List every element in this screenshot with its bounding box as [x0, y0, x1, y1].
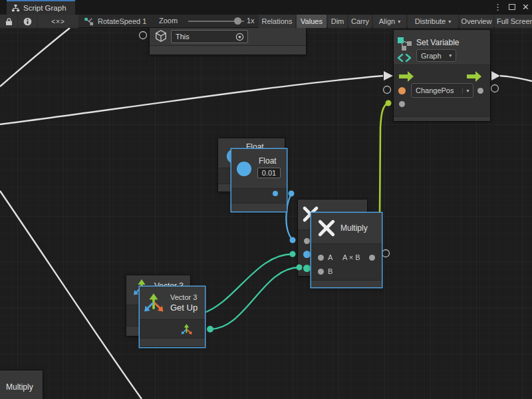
port-b[interactable] — [318, 269, 324, 275]
result-port[interactable] — [369, 255, 375, 261]
wire-end-dot — [207, 326, 213, 332]
graph-name: RotateSpeed 1 — [98, 17, 146, 25]
port-hint-circle — [491, 85, 499, 92]
close-icon[interactable]: ✕ — [522, 0, 529, 15]
carry-button[interactable]: Carry — [348, 15, 372, 28]
multiply-icon — [317, 219, 336, 237]
variable-name-dropdown[interactable]: ChangePos ▾ — [411, 83, 473, 98]
float-out-port[interactable] — [273, 191, 278, 196]
wire-flow-out-of-set-variable[interactable] — [500, 76, 532, 81]
multiply-node[interactable]: Multiply A A × B B — [311, 213, 382, 287]
wire-flow-into-set-variable[interactable] — [0, 76, 383, 124]
vector3-get-up-node[interactable]: Vector 3 Get Up — [140, 287, 205, 347]
port-hint-circle — [140, 32, 147, 39]
value-out-port[interactable] — [477, 88, 483, 94]
dim-button[interactable]: Dim — [328, 15, 347, 28]
float-node[interactable]: Float 0.01 — [231, 149, 287, 211]
port-a-label: A — [328, 253, 332, 261]
flow-in-port[interactable] — [399, 71, 414, 82]
port[interactable] — [304, 238, 310, 244]
object-picker-icon[interactable] — [235, 32, 245, 42]
chevron-down-icon: ▾ — [446, 53, 456, 59]
lock-icon — [5, 17, 13, 26]
tab-bar: Script Graph ⋮ ✕ — [0, 0, 532, 15]
wire-end-dot — [289, 191, 295, 197]
this-target-field[interactable]: This — [171, 30, 248, 43]
zoom-label: Zoom — [159, 17, 178, 25]
wire-multiply-to-set-variable[interactable] — [380, 103, 388, 217]
wire-offscreen-bottom-left[interactable] — [0, 191, 142, 399]
vector3-title: Vector 3 — [170, 293, 197, 301]
distribute-button[interactable]: Distribute▾ — [408, 15, 458, 28]
chevron-down-icon: ▾ — [398, 19, 400, 25]
wire-end-dot — [290, 237, 296, 243]
float-title: Float — [259, 156, 277, 166]
partial-multiply-node[interactable]: Multiply — [0, 370, 43, 399]
vector3-icon — [144, 292, 164, 312]
tab-script-graph[interactable]: Script Graph — [7, 0, 75, 15]
info-button[interactable] — [18, 15, 37, 28]
chevron-down-icon: ▾ — [462, 88, 473, 94]
set-variable-icon — [396, 36, 414, 64]
chevron-down-icon: ▾ — [448, 19, 451, 25]
this-node[interactable]: This — [150, 28, 306, 55]
wire-float-to-multiply[interactable] — [286, 194, 293, 240]
maximize-icon[interactable] — [509, 0, 515, 15]
get-up-subtitle: Get Up — [170, 303, 198, 313]
info-icon — [23, 17, 32, 26]
values-button[interactable]: Values — [297, 15, 327, 28]
lock-button[interactable] — [0, 15, 17, 28]
wire-end-dot — [290, 251, 296, 257]
variable-port[interactable] — [398, 87, 406, 94]
partial-multiply-title: Multiply — [6, 382, 33, 392]
flow-out-port[interactable] — [467, 71, 481, 82]
port[interactable] — [303, 251, 311, 258]
multiply-title: Multiply — [340, 223, 368, 233]
code-view-button[interactable]: <×> — [38, 15, 78, 28]
wire-arrow-in — [384, 71, 393, 80]
wire-arrow-out — [491, 71, 500, 80]
port[interactable] — [303, 265, 311, 272]
result-label: A × B — [342, 253, 360, 261]
port-a[interactable] — [318, 255, 324, 261]
kebab-menu-icon[interactable]: ⋮ — [493, 0, 502, 15]
wire-vector3-to-multiply-b[interactable] — [210, 267, 299, 329]
float-value-field[interactable]: 0.01 — [257, 168, 281, 178]
this-label: This — [172, 33, 235, 41]
port-hint-circle — [382, 250, 390, 257]
graph-breadcrumb[interactable]: RotateSpeed 1 — [84, 15, 157, 28]
float-icon — [237, 162, 251, 176]
wire-end-dot — [386, 100, 392, 106]
vector3-out-port[interactable] — [181, 323, 192, 334]
set-variable-title: Set Variable — [416, 38, 459, 47]
wire-offscreen-top-left[interactable] — [0, 28, 70, 86]
port-hint-circle — [384, 86, 391, 94]
fullscreen-button[interactable]: Full Screen — [495, 15, 532, 28]
port-b-label: B — [328, 267, 332, 275]
script-graph-icon — [11, 4, 20, 13]
relations-button[interactable]: Relations — [259, 15, 295, 28]
cube-icon — [154, 29, 168, 43]
wire-vector3-to-multiply-a[interactable] — [203, 254, 293, 313]
graph-canvas[interactable]: Float Vector 3 — [0, 28, 532, 399]
value-in-port[interactable] — [399, 101, 405, 107]
tab-title: Script Graph — [23, 4, 66, 12]
variable-scope-dropdown[interactable]: Graph ▾ — [416, 49, 456, 62]
zoom-value: 1x — [247, 17, 255, 25]
set-variable-node[interactable]: Set Variable Graph ▾ ChangePos ▾ — [394, 30, 490, 121]
zoom-slider-handle[interactable] — [234, 17, 241, 25]
toolbar: <×> RotateSpeed 1 Zoom 1x Relations Valu… — [0, 15, 532, 28]
script-graph-window: Script Graph ⋮ ✕ <×> — [0, 0, 532, 399]
align-button[interactable]: Align▾ — [373, 15, 406, 28]
overview-button[interactable]: Overview — [460, 15, 493, 28]
graph-breadcrumb-icon — [84, 17, 94, 27]
